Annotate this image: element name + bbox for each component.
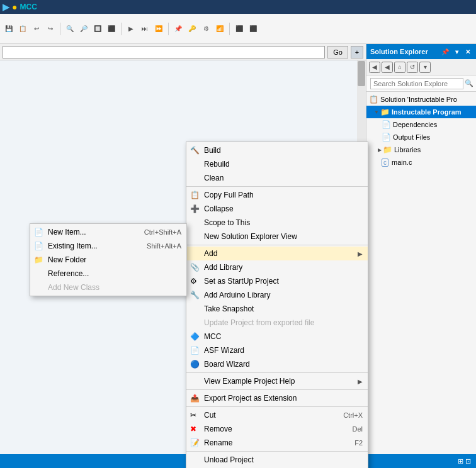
se-title-label: Solution Explorer: [370, 48, 428, 55]
se-more-btn[interactable]: ▾: [419, 62, 431, 73]
toolbar-btn-16[interactable]: ⬛: [233, 23, 246, 35]
toolbar-btn-4[interactable]: ↪: [44, 23, 57, 35]
cm-board-label: Board Wizard: [204, 360, 250, 369]
toolbar-btn-15[interactable]: 📶: [213, 23, 226, 35]
sub-cm-add-class[interactable]: Add New Class: [30, 281, 186, 294]
se-tree-item-dependencies[interactable]: 📄 Dependencies: [366, 118, 476, 131]
sub-cm-existing-shortcut: Shift+Alt+A: [147, 242, 181, 250]
sub-cm-new-folder-label: New Folder: [48, 255, 86, 264]
toolbar-btn-14[interactable]: ⚙: [200, 23, 212, 35]
cm-set-startup[interactable]: ⚙ Set as StartUp Project: [186, 274, 368, 288]
se-title-bar: Solution Explorer 📌 ▾ ✕: [366, 44, 476, 59]
se-nav-fwd-btn[interactable]: ◀: [382, 62, 393, 73]
toolbar-btn-12[interactable]: 📌: [172, 23, 184, 35]
toolbar-btn-6[interactable]: 🔎: [77, 23, 90, 35]
cm-update-project[interactable]: Update Project from exported file: [186, 316, 368, 330]
se-tree-item-libraries[interactable]: ▶ 📁 Libraries: [366, 143, 476, 156]
cm-remove-label: Remove: [204, 425, 232, 433]
cm-export-ext[interactable]: 📤 Export Project as Extension: [186, 391, 368, 405]
cm-clean[interactable]: Clean: [186, 171, 368, 185]
cm-unload[interactable]: Unload Project: [186, 453, 368, 467]
cm-rebuild-label: Rebuild: [204, 160, 230, 169]
cm-take-snapshot[interactable]: Take Snapshot: [186, 302, 368, 316]
toolbar-btn-5[interactable]: 🔍: [64, 23, 76, 35]
cm-scope[interactable]: Scope to This: [186, 216, 368, 230]
se-libraries-label: Libraries: [394, 146, 421, 153]
cm-board-icon: 🔵: [190, 360, 200, 369]
se-output-files-label: Output Files: [393, 133, 430, 141]
sub-cm-reference[interactable]: Reference...: [30, 267, 186, 281]
se-close-btn[interactable]: ✕: [463, 47, 472, 56]
cm-collapse-label: Collapse: [204, 204, 234, 213]
toolbar-btn-3[interactable]: ↩: [30, 23, 43, 35]
sub-cm-new-item-shortcut: Ctrl+Shift+A: [144, 228, 181, 236]
se-search-icon: 🔍: [465, 79, 473, 87]
cm-scope-label: Scope to This: [204, 218, 250, 227]
cm-cut[interactable]: ✂ Cut Ctrl+X: [186, 408, 368, 422]
cm-rename-shortcut: F2: [354, 439, 363, 447]
toolbar-btn-17[interactable]: ⬛: [247, 23, 259, 35]
go-button[interactable]: Go: [327, 46, 348, 58]
cm-cut-shortcut: Ctrl+X: [343, 411, 363, 419]
scroll-right-btn[interactable]: +: [351, 46, 363, 58]
solution-explorer-panel: Solution Explorer 📌 ▾ ✕ ◀ ◀ ⌂ ↺ ▾ 🔍 📋 So…: [366, 44, 476, 468]
se-home-btn[interactable]: ⌂: [394, 62, 405, 73]
toolbar-btn-7[interactable]: 🔲: [91, 23, 104, 35]
cm-build[interactable]: 🔨 Build: [186, 143, 368, 157]
sub-cm-existing-item[interactable]: 📄 Existing Item... Shift+Alt+A: [30, 239, 186, 253]
se-menu-btn[interactable]: ▾: [452, 47, 461, 56]
address-bar: Go +: [0, 44, 366, 60]
cm-rebuild[interactable]: Rebuild: [186, 157, 368, 171]
cm-cut-label: Cut: [204, 411, 216, 420]
cm-copy-path-label: Copy Full Path: [204, 191, 254, 199]
address-input[interactable]: [3, 46, 325, 58]
cm-build-icon: 🔨: [190, 146, 200, 155]
se-refresh-btn[interactable]: ↺: [407, 62, 418, 73]
se-search-input[interactable]: [370, 78, 463, 89]
cm-asf-wizard[interactable]: 📄 ASF Wizard: [186, 343, 368, 357]
cm-add-library[interactable]: 📎 Add Library: [186, 260, 368, 274]
sub-cm-new-item[interactable]: 📄 New Item... Ctrl+Shift+A: [30, 225, 186, 239]
cm-take-snapshot-label: Take Snapshot: [204, 304, 254, 313]
se-pin-btn[interactable]: 📌: [441, 47, 450, 56]
toolbar-btn-10[interactable]: ⏭: [139, 23, 151, 35]
cm-collapse-icon: ➕: [190, 204, 200, 213]
cm-collapse[interactable]: ➕ Collapse: [186, 202, 368, 216]
sub-cm-existing-icon: 📄: [34, 242, 43, 250]
cm-sep-2: [186, 245, 368, 245]
toolbar-btn-2[interactable]: 📋: [16, 23, 29, 35]
cm-sep-4: [186, 389, 368, 390]
cm-rename[interactable]: 📝 Rename F2: [186, 436, 368, 450]
cm-cut-icon: ✂: [190, 411, 196, 420]
toolbar-btn-13[interactable]: 🔑: [186, 23, 198, 35]
sub-cm-add-class-label: Add New Class: [48, 283, 99, 292]
toolbar-btn-1[interactable]: 💾: [3, 23, 15, 35]
cm-asf-label: ASF Wizard: [204, 346, 244, 355]
sub-cm-new-folder[interactable]: 📁 New Folder: [30, 253, 186, 267]
context-menu: 🔨 Build Rebuild Clean 📋 Copy Full Path ➕…: [186, 142, 368, 468]
sub-cm-reference-label: Reference...: [48, 269, 89, 278]
se-tree-item-project[interactable]: ▼ 📁 Instructable Program: [366, 106, 476, 118]
se-dependencies-icon: 📄: [382, 120, 391, 129]
cm-add[interactable]: Add ▶: [186, 247, 368, 260]
se-tree-item-mainc[interactable]: c main.c: [366, 156, 476, 169]
cm-remove[interactable]: ✖ Remove Del: [186, 422, 368, 436]
cm-view-example-label: View Example Project Help: [204, 377, 295, 386]
cm-copy-path[interactable]: 📋 Copy Full Path: [186, 188, 368, 202]
se-tree-item-solution[interactable]: 📋 Solution 'Instructable Pro: [366, 93, 476, 106]
toolbar-btn-11[interactable]: ⏩: [152, 23, 165, 35]
cm-mcc[interactable]: 🔷 MCC: [186, 330, 368, 343]
cm-update-label: Update Project from exported file: [204, 318, 314, 327]
toolbar-btn-9[interactable]: ▶: [125, 23, 137, 35]
cm-add-arduino-lib[interactable]: 🔧 Add Arduino Library: [186, 288, 368, 302]
cm-build-label: Build: [204, 146, 221, 155]
cm-board-wizard[interactable]: 🔵 Board Wizard: [186, 357, 368, 371]
cm-remove-icon: ✖: [190, 425, 196, 433]
cm-new-se-view[interactable]: New Solution Explorer View: [186, 230, 368, 243]
cm-view-example[interactable]: View Example Project Help ▶: [186, 374, 368, 388]
toolbar-btn-8[interactable]: ⬛: [105, 23, 118, 35]
se-nav-back-btn[interactable]: ◀: [369, 62, 380, 73]
cm-set-startup-label: Set as StartUp Project: [204, 277, 279, 286]
se-tree-item-output-files[interactable]: 📄 Output Files: [366, 131, 476, 143]
se-output-files-icon: 📄: [382, 133, 391, 142]
